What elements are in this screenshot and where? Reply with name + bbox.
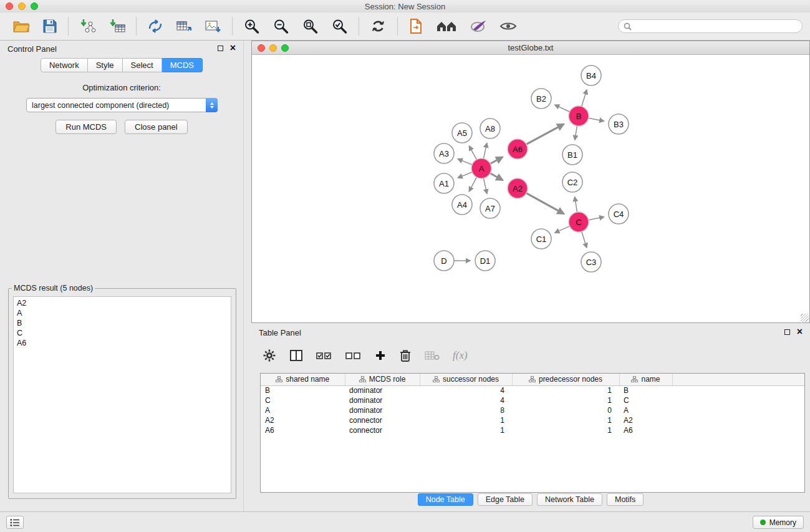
node-C1[interactable]: C1	[531, 229, 551, 249]
zoom-in-button[interactable]	[241, 17, 262, 36]
zoom-selected-button[interactable]	[329, 17, 350, 36]
node-A3[interactable]: A3	[434, 143, 454, 163]
close-window-button[interactable]	[6, 2, 13, 10]
resize-handle[interactable]	[801, 314, 809, 322]
cytoscape-home-button[interactable]	[434, 17, 459, 35]
mcds-result-item[interactable]: C	[14, 328, 231, 338]
tab-edge-table[interactable]: Edge Table	[478, 493, 533, 506]
tab-node-table[interactable]: Node Table	[418, 493, 473, 506]
select-all-button[interactable]	[316, 350, 332, 361]
add-column-button[interactable]	[375, 350, 386, 361]
tab-network-table[interactable]: Network Table	[537, 493, 602, 506]
close-panel-icon[interactable]: ×	[230, 45, 236, 51]
edge-C-C4[interactable]	[589, 217, 604, 220]
edge-C-C3[interactable]	[582, 231, 587, 248]
search-input[interactable]	[635, 22, 797, 31]
node-C[interactable]: C	[569, 212, 589, 232]
zoom-out-button[interactable]	[271, 17, 291, 36]
minimize-network-button[interactable]	[269, 44, 277, 52]
node-D[interactable]: D	[434, 251, 454, 271]
edge-A-A6[interactable]	[490, 157, 503, 164]
import-network-from-file-button[interactable]	[77, 17, 98, 35]
close-table-panel-icon[interactable]: ×	[797, 329, 803, 335]
node-A[interactable]: A	[471, 158, 491, 178]
open-session-button[interactable]	[11, 17, 32, 35]
tab-network[interactable]: Network	[41, 58, 88, 72]
node-A7[interactable]: A7	[480, 198, 500, 218]
edge-B-B4[interactable]	[582, 90, 587, 107]
zoom-window-button[interactable]	[31, 2, 38, 10]
edge-B-B2[interactable]	[555, 105, 570, 112]
tab-motifs[interactable]: Motifs	[607, 493, 644, 506]
table-row[interactable]: A2connector11A2	[261, 415, 804, 425]
edge-A6-B[interactable]	[526, 124, 564, 145]
node-B1[interactable]: B1	[562, 145, 582, 165]
mcds-result-item[interactable]: A	[14, 308, 231, 318]
toggle-visibility-button[interactable]	[498, 19, 519, 33]
mcds-result-item[interactable]: A2	[14, 298, 231, 308]
float-table-panel-button[interactable]	[784, 329, 790, 335]
edge-B-B1[interactable]	[575, 126, 577, 140]
edge-A-A8[interactable]	[483, 143, 486, 158]
delete-column-button[interactable]	[399, 349, 412, 362]
edge-A-A7[interactable]	[483, 178, 486, 194]
tab-style[interactable]: Style	[88, 58, 123, 72]
edge-A-A5[interactable]	[469, 146, 476, 160]
edge-C-C1[interactable]	[555, 226, 570, 233]
close-panel-button[interactable]: Close panel	[125, 120, 188, 134]
column-header-successor-nodes[interactable]: successor nodes	[420, 374, 512, 385]
mcds-result-list[interactable]: A2ABCA6	[13, 296, 231, 493]
export-network-button[interactable]	[407, 17, 425, 36]
node-B4[interactable]: B4	[581, 65, 601, 85]
edge-A-A4[interactable]	[469, 177, 476, 191]
node-B2[interactable]: B2	[531, 89, 551, 109]
node-D1[interactable]: D1	[475, 251, 495, 271]
tab-select[interactable]: Select	[123, 58, 162, 72]
new-network-from-table-button[interactable]	[174, 17, 194, 35]
import-network-from-database-button[interactable]	[145, 17, 165, 35]
mcds-result-item[interactable]: B	[14, 318, 231, 328]
column-header-mcds-role[interactable]: MCDS role	[345, 374, 420, 385]
close-network-button[interactable]	[258, 44, 265, 52]
zoom-network-button[interactable]	[281, 44, 289, 52]
refresh-network-button[interactable]	[368, 17, 388, 36]
show-columns-button[interactable]	[289, 349, 303, 362]
edge-A2-C[interactable]	[526, 193, 564, 214]
import-table-from-file-button[interactable]	[107, 17, 127, 35]
node-A5[interactable]: A5	[452, 123, 472, 143]
node-A2[interactable]: A2	[508, 178, 528, 198]
node-A8[interactable]: A8	[480, 118, 500, 138]
column-header-shared-name[interactable]: shared name	[261, 374, 345, 385]
edge-A-A1[interactable]	[458, 172, 472, 178]
table-row[interactable]: Adominator80A	[261, 405, 804, 415]
table-settings-button[interactable]	[263, 349, 276, 362]
criterion-dropdown[interactable]: largest connected component (directed)	[26, 98, 218, 112]
save-session-button[interactable]	[41, 17, 59, 35]
edge-A-A3[interactable]	[458, 159, 472, 165]
node-A4[interactable]: A4	[452, 195, 472, 215]
node-C2[interactable]: C2	[562, 172, 582, 192]
node-C3[interactable]: C3	[581, 252, 601, 272]
style-wizard-button[interactable]	[468, 18, 489, 34]
edge-C-C2[interactable]	[575, 197, 577, 212]
run-mcds-button[interactable]: Run MCDS	[55, 120, 117, 134]
network-canvas[interactable]: B4B2BB3A8A5A6B1A3AC2A1A2A4A7CC4C1C3DD1	[252, 55, 809, 322]
node-A6[interactable]: A6	[508, 139, 528, 159]
tab-mcds[interactable]: MCDS	[162, 58, 203, 72]
table-row[interactable]: Cdominator41C	[261, 395, 804, 405]
edge-A-A2[interactable]	[490, 173, 503, 180]
float-panel-button[interactable]	[218, 46, 223, 51]
deselect-all-button[interactable]	[345, 350, 362, 361]
export-image-button[interactable]	[203, 17, 223, 35]
minimize-window-button[interactable]	[18, 2, 26, 10]
memory-button[interactable]: Memory	[753, 516, 804, 529]
table-row[interactable]: A6connector11A6	[261, 425, 804, 435]
node-A1[interactable]: A1	[434, 173, 454, 193]
task-history-button[interactable]	[6, 516, 24, 529]
node-B3[interactable]: B3	[609, 114, 629, 134]
node-B[interactable]: B	[569, 106, 589, 126]
zoom-fit-button[interactable]	[300, 17, 321, 36]
column-header-predecessor-nodes[interactable]: predecessor nodes	[512, 374, 619, 385]
table-row[interactable]: Bdominator41B	[261, 385, 804, 395]
edge-B-B3[interactable]	[589, 118, 604, 121]
